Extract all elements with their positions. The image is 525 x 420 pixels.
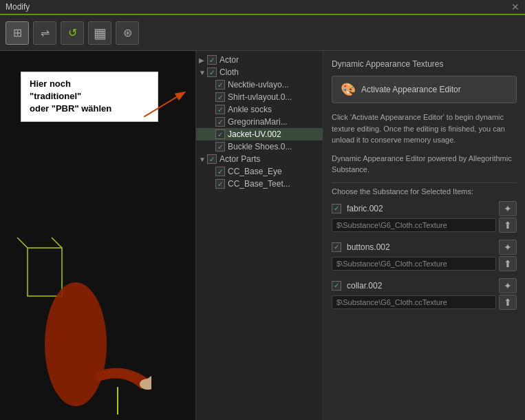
substance-item-buttons: buttons.002 ✦ $\Substance\G6_Cloth.ccTex… (332, 240, 517, 271)
activate-appearance-button[interactable]: 🎨 Activate Appearance Editor (332, 76, 517, 103)
substance-row-fabric: fabric.002 ✦ (332, 201, 517, 216)
powered-by-text: Dynamic Appearance Editor powered by All… (332, 153, 517, 176)
substance-item-fabric: fabric.002 ✦ $\Substance\G6_Cloth.ccText… (332, 201, 517, 233)
checkbox-fabric[interactable] (332, 204, 341, 213)
substance-open-buttons[interactable]: ⬆ (499, 256, 517, 271)
svg-point-5 (45, 282, 107, 406)
settings-icon: ⊞ (13, 26, 22, 39)
substance-path-row-collar: $\Substance\G6_Cloth.ccTexture ⬆ (332, 295, 517, 310)
close-button[interactable]: ✕ (511, 1, 519, 12)
substance-path-row-buttons: $\Substance\G6_Cloth.ccTexture ⬆ (332, 256, 517, 271)
substance-apply-collar[interactable]: ✦ (499, 278, 517, 293)
checkbox-actor-parts[interactable] (207, 154, 217, 164)
tree-label-cloth: Cloth (219, 67, 239, 77)
tree-label-cc-base-teet: CC_Base_Teet... (228, 179, 290, 189)
substance-path-collar: $\Substance\G6_Cloth.ccTexture (332, 295, 496, 309)
yellow-line-bottom (117, 387, 118, 414)
checkbox-necktie[interactable] (215, 80, 225, 90)
atom-icon-btn[interactable]: ⊛ (116, 21, 139, 45)
substance-apply-fabric[interactable]: ✦ (499, 201, 517, 216)
tree-label-gregorinamari: GregorinaMari... (228, 117, 288, 127)
checkbox-cloth[interactable] (207, 67, 217, 77)
substance-item-collar: collar.002 ✦ $\Substance\G6_Cloth.ccText… (332, 278, 517, 310)
checker-icon: ▦ (94, 25, 107, 41)
substance-row-buttons: buttons.002 ✦ (332, 240, 517, 255)
expand-cloth: ▼ (199, 69, 206, 76)
substance-path-row-fabric: $\Substance\G6_Cloth.ccTexture ⬆ (332, 218, 517, 233)
checkbox-gregorinamari[interactable] (215, 117, 225, 127)
substance-apply-buttons[interactable]: ✦ (499, 240, 517, 255)
tree-label-actor: Actor (219, 55, 239, 65)
tree-item-buckle[interactable]: Buckle Shoes.0... (196, 140, 323, 153)
checker-icon-btn[interactable]: ▦ (88, 21, 111, 45)
settings-icon-btn[interactable]: ⊞ (6, 21, 29, 45)
activate-btn-label: Activate Appearance Editor (361, 85, 461, 94)
checkbox-ankle[interactable] (215, 105, 225, 114)
tree-label-necktie: Necktie-uvlayo... (228, 80, 289, 90)
tree-item-shirt[interactable]: Shirt-uvlayout.0... (196, 91, 323, 103)
toolbar: ⊞ ⇌ ↺ ▦ ⊛ (0, 15, 525, 51)
window-title: Modify (6, 2, 30, 12)
character-figure (14, 179, 151, 420)
title-bar: Modify ✕ (0, 0, 525, 15)
checkbox-cc-base-eye[interactable] (215, 167, 225, 176)
choose-label: Choose the Substance for Selected Items: (332, 187, 517, 196)
tree-label-shirt: Shirt-uvlayout.0... (228, 92, 292, 102)
substance-row-collar: collar.002 ✦ (332, 278, 517, 293)
svg-rect-2 (28, 248, 62, 296)
checkbox-buckle[interactable] (215, 142, 225, 151)
substance-path-fabric: $\Substance\G6_Cloth.ccTexture (332, 218, 496, 232)
tree-item-cloth[interactable]: ▼ Cloth (196, 66, 323, 78)
tree-label-jacket: Jacket-UV.002 (228, 129, 281, 139)
tree-label-buckle: Buckle Shoes.0... (228, 142, 292, 151)
svg-line-4 (52, 238, 62, 248)
expand-actor-parts: ▼ (199, 156, 206, 163)
checkbox-jacket[interactable] (215, 129, 225, 139)
viewport-panel: Hier noch "traditionel" oder "PBR" wähle… (0, 51, 196, 420)
material-icon-btn[interactable]: ↺ (61, 21, 84, 45)
tree-label-actor-parts: Actor Parts (219, 154, 260, 164)
transform-icon: ⇌ (41, 26, 50, 39)
tree-item-actor-parts[interactable]: ▼ Actor Parts (196, 153, 323, 165)
annotation-line1: Hier noch (30, 78, 149, 90)
tree-label-ankle: Ankle socks (228, 105, 272, 114)
transform-icon-btn[interactable]: ⇌ (33, 21, 56, 45)
checkbox-collar[interactable] (332, 281, 341, 291)
tree-item-necktie[interactable]: Necktie-uvlayo... (196, 78, 323, 91)
svg-line-3 (17, 238, 28, 248)
substance-open-collar[interactable]: ⬆ (499, 295, 517, 310)
checkbox-buttons[interactable] (332, 242, 341, 252)
annotation-line3: oder "PBR" wählen (30, 103, 149, 115)
annotation-box: Hier noch "traditionel" oder "PBR" wähle… (21, 72, 158, 122)
tree-item-cc-base-eye[interactable]: CC_Base_Eye (196, 165, 323, 178)
main-layout: Hier noch "traditionel" oder "PBR" wähle… (0, 51, 525, 420)
expand-actor: ▶ (199, 56, 206, 64)
info-text: Click 'Activate Appearance Editor' to be… (332, 112, 517, 146)
checkbox-shirt[interactable] (215, 92, 225, 102)
substance-name-buttons: buttons.002 (347, 242, 496, 252)
separator (332, 182, 517, 183)
tree-item-actor[interactable]: ▶ Actor (196, 54, 323, 66)
tree-item-jacket[interactable]: Jacket-UV.002 (196, 128, 323, 140)
annotation-line2: "traditionel" (30, 90, 149, 103)
material-icon: ↺ (68, 26, 77, 39)
checkbox-actor[interactable] (207, 55, 217, 65)
substance-path-buttons: $\Substance\G6_Cloth.ccTexture (332, 257, 496, 271)
tree-item-ankle[interactable]: Ankle socks (196, 103, 323, 116)
substance-name-collar: collar.002 (347, 281, 496, 291)
checkbox-cc-base-teet[interactable] (215, 179, 225, 189)
substance-name-fabric: fabric.002 (347, 204, 496, 213)
panel-title: Dynamic Appearance Textures (332, 59, 517, 69)
tree-panel: ▶ Actor ▼ Cloth Necktie-uvlayo... Shirt-… (196, 51, 323, 420)
tree-label-cc-base-eye: CC_Base_Eye (228, 167, 282, 176)
appearance-editor-icon: 🎨 (341, 82, 356, 97)
substance-open-fabric[interactable]: ⬆ (499, 218, 517, 233)
tree-item-cc-base-teet[interactable]: CC_Base_Teet... (196, 178, 323, 190)
tree-item-gregorinamari[interactable]: GregorinaMari... (196, 116, 323, 128)
right-panel: Dynamic Appearance Textures 🎨 Activate A… (323, 51, 525, 420)
atom-icon: ⊛ (123, 26, 132, 39)
